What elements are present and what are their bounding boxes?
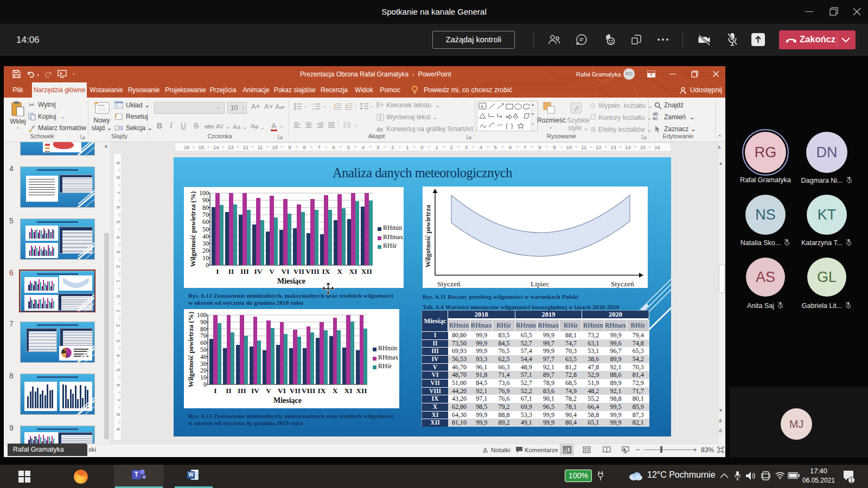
svg-text:{: { xyxy=(506,123,508,129)
svg-text:A: A xyxy=(481,104,484,109)
svg-text:1: 1 xyxy=(312,103,314,106)
svg-text:2: 2 xyxy=(312,107,314,110)
svg-text:}: } xyxy=(511,123,513,129)
svg-text:A: A xyxy=(380,102,384,107)
